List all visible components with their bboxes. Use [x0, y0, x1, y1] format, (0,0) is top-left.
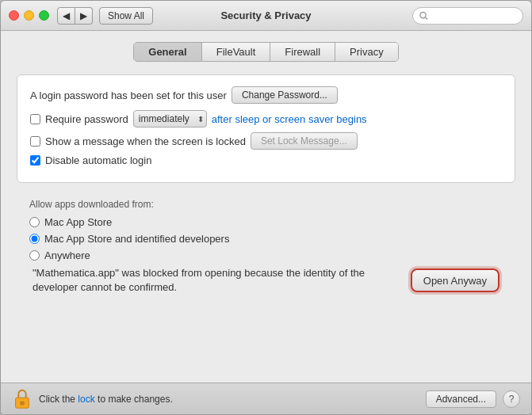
general-section: A login password has been set for this u… — [17, 74, 515, 183]
window-controls — [9, 10, 49, 21]
footer: Click the lock to make changes. Advanced… — [1, 383, 531, 414]
password-timing-wrapper: immediately 5 seconds 1 minute 5 minutes… — [133, 110, 207, 128]
change-password-button[interactable]: Change Password... — [232, 86, 338, 104]
svg-point-0 — [420, 12, 426, 17]
show-message-checkbox[interactable] — [30, 136, 40, 147]
radio-mac-app-store-label: Mac App Store — [44, 216, 112, 228]
password-label: A login password has been set for this u… — [30, 89, 227, 101]
radio-identified-input[interactable] — [29, 234, 40, 244]
set-lock-message-button[interactable]: Set Lock Message... — [251, 132, 358, 150]
radio-mac-app-store: Mac App Store — [29, 216, 503, 228]
radio-anywhere: Anywhere — [29, 249, 503, 261]
nav-buttons: ◀ ▶ — [57, 7, 93, 25]
maximize-button[interactable] — [39, 10, 49, 21]
titlebar: ◀ ▶ Show All Security & Privacy — [1, 1, 531, 31]
tab-general[interactable]: General — [134, 43, 201, 61]
radio-mac-app-store-identified: Mac App Store and identified developers — [29, 233, 503, 245]
tab-firewall[interactable]: Firewall — [270, 43, 335, 61]
show-message-row: Show a message when the screen is locked… — [30, 132, 502, 150]
advanced-button[interactable]: Advanced... — [426, 390, 496, 408]
help-button[interactable]: ? — [503, 390, 520, 408]
show-all-button[interactable]: Show All — [99, 7, 153, 25]
blocked-message: "Mathematica.app" was blocked from openi… — [33, 266, 403, 295]
require-password-checkbox[interactable] — [30, 114, 40, 124]
password-timing-select[interactable]: immediately 5 seconds 1 minute 5 minutes… — [133, 110, 207, 128]
content-area: General FileVault Firewall Privacy A log… — [1, 31, 531, 383]
svg-point-4 — [21, 401, 24, 404]
footer-lock-link[interactable]: lock — [78, 394, 94, 405]
radio-anywhere-input[interactable] — [29, 250, 40, 261]
allow-apps-title: Allow apps downloaded from: — [29, 199, 503, 210]
disable-autologin-label: Disable automatic login — [45, 154, 151, 166]
require-password-row: Require password immediately 5 seconds 1… — [30, 110, 502, 128]
tab-group: General FileVault Firewall Privacy — [133, 42, 398, 62]
tab-filevault[interactable]: FileVault — [202, 43, 271, 61]
main-window: ◀ ▶ Show All Security & Privacy General … — [0, 0, 532, 415]
radio-mac-app-store-input[interactable] — [29, 217, 40, 227]
password-row: A login password has been set for this u… — [30, 86, 502, 104]
svg-line-1 — [425, 17, 427, 19]
disable-autologin-checkbox[interactable] — [30, 155, 40, 166]
radio-anywhere-label: Anywhere — [44, 249, 90, 261]
window-title: Security & Privacy — [220, 10, 311, 21]
back-button[interactable]: ◀ — [57, 7, 75, 25]
footer-text: Click the lock to make changes. — [39, 394, 173, 405]
close-button[interactable] — [9, 10, 19, 21]
search-icon — [419, 11, 428, 21]
footer-right: Advanced... ? — [426, 390, 520, 408]
open-anyway-button[interactable]: Open Anyway — [411, 268, 499, 292]
forward-button[interactable]: ▶ — [75, 7, 93, 25]
blocked-app-row: "Mathematica.app" was blocked from openi… — [29, 266, 503, 295]
search-box[interactable] — [412, 7, 523, 25]
allow-apps-section: Allow apps downloaded from: Mac App Stor… — [17, 191, 515, 307]
footer-text-suffix: to make changes. — [98, 394, 173, 405]
show-message-label: Show a message when the screen is locked — [45, 135, 246, 147]
lock-icon[interactable] — [12, 387, 33, 411]
minimize-button[interactable] — [24, 10, 34, 21]
tabs: General FileVault Firewall Privacy — [17, 42, 515, 62]
search-input[interactable] — [428, 10, 516, 21]
footer-text-prefix: Click the — [39, 394, 75, 405]
require-password-label: Require password — [45, 113, 128, 125]
radio-identified-label: Mac App Store and identified developers — [44, 233, 229, 245]
tab-privacy[interactable]: Privacy — [335, 43, 398, 61]
require-password-suffix: after sleep or screen saver begins — [212, 113, 367, 125]
disable-autologin-row: Disable automatic login — [30, 154, 502, 166]
